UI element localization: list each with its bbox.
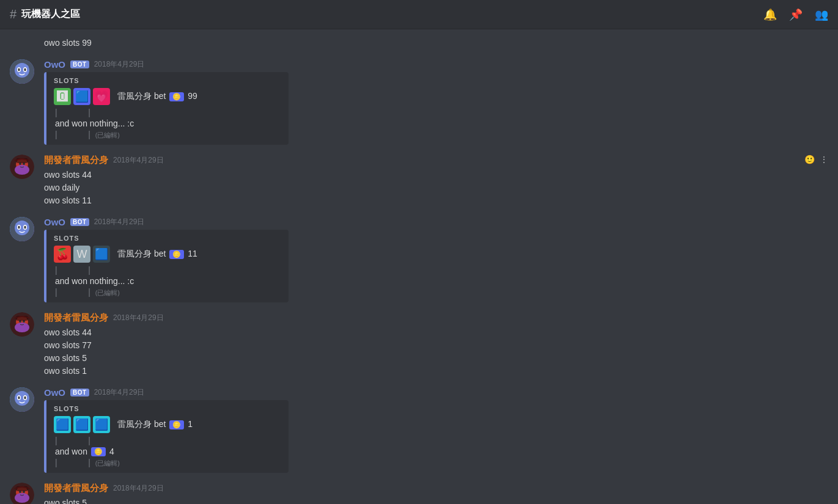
message-content: OwO BOT 2018年4月29日 SLOTS 🍒 W 🟦 雷風分身 bet … [44, 217, 828, 302]
message-line-3: owo slots 5 [44, 352, 828, 365]
slots-embed: SLOTS 🅾 🟦 💗 雷風分身 bet 🪙 99 | | and won no… [44, 72, 289, 145]
slots-title: SLOTS [54, 77, 281, 84]
channel-header: # 玩機器人之區 🔔 📌 👥 [0, 0, 838, 29]
message-header: OwO BOT 2018年4月29日 [44, 217, 828, 227]
members-icon[interactable]: 👥 [815, 8, 828, 21]
username: 開發者雷風分身 [44, 155, 108, 166]
edited-label: (已編輯) [95, 459, 120, 467]
slots-line-2: | | (已編輯) [54, 458, 281, 468]
username: OwO [44, 59, 65, 70]
bot-badge: BOT [70, 60, 89, 68]
message-line-1: owo slots 44 [44, 326, 828, 339]
timestamp: 2018年4月29日 [113, 313, 164, 323]
svg-point-20 [15, 323, 29, 332]
pin-icon[interactable]: 📌 [789, 8, 803, 21]
bet-info: 雷風分身 bet 🪙 11 [117, 249, 197, 260]
svg-point-25 [15, 391, 29, 406]
slots-line-2: | | (已編輯) [54, 287, 281, 298]
slots-line-2: | | (已編輯) [54, 130, 281, 140]
bell-icon[interactable]: 🔔 [763, 8, 777, 21]
channel-title: 玩機器人之區 [21, 8, 80, 21]
svg-point-28 [18, 396, 20, 400]
timestamp: 2018年4月29日 [94, 217, 145, 227]
edited-label: (已編輯) [95, 289, 120, 296]
message-group: 開發者雷風分身 2018年4月29日 owo slots 5 [0, 478, 838, 504]
slot-symbol-1: 🅾 [54, 88, 71, 105]
svg-point-29 [24, 396, 26, 400]
action-icons: 🙂 ⋮ [804, 155, 828, 164]
username: 開發者雷風分身 [44, 483, 108, 494]
slot-symbol-1: 🟦 [54, 416, 71, 433]
message-line-4: owo slots 1 [44, 365, 828, 378]
message-line-1: owo slots 5 [44, 497, 828, 504]
message-line-2: owo slots 77 [44, 339, 828, 352]
username: 開發者雷風分身 [44, 312, 108, 324]
timestamp: 2018年4月29日 [113, 155, 164, 166]
message-content: 開發者雷風分身 2018年4月29日 owo slots 44 owo dail… [44, 155, 828, 207]
bet-info: 雷風分身 bet 🪙 99 [117, 91, 197, 102]
avatar [10, 59, 34, 84]
username: OwO [44, 217, 65, 227]
slot-symbol-2: 🟦 [73, 416, 90, 433]
slots-embed: SLOTS 🟦 🟦 🟦 雷風分身 bet 🪙 1 | | and won 🪙 4… [44, 400, 289, 473]
slot-symbol-3: 💗 [93, 88, 110, 105]
message-header: OwO BOT 2018年4月29日 [44, 387, 828, 398]
timestamp: 2018年4月29日 [113, 483, 164, 494]
svg-point-16 [18, 226, 20, 229]
slots-symbols-row: 🟦 🟦 🟦 雷風分身 bet 🪙 1 [54, 416, 281, 433]
coin-won-icon: 🪙 [91, 447, 106, 456]
result-text: and won 🪙 4 [54, 447, 281, 456]
coin-icon: 🪙 [169, 250, 184, 259]
slots-line-1: | | [54, 436, 281, 445]
slot-symbol-2: W [73, 246, 90, 263]
slots-title: SLOTS [54, 405, 281, 412]
coin-icon: 🪙 [169, 92, 184, 101]
message-header: 開發者雷風分身 2018年4月29日 [44, 155, 828, 166]
continuation-text: owo slots 99 [44, 38, 92, 48]
message-line-3: owo slots 11 [44, 194, 828, 207]
svg-point-1 [15, 63, 29, 78]
slots-symbols-row: 🅾 🟦 💗 雷風分身 bet 🪙 99 [54, 88, 281, 105]
coin-icon: 🪙 [169, 420, 184, 429]
message-content: OwO BOT 2018年4月29日 SLOTS 🟦 🟦 🟦 雷風分身 bet … [44, 387, 828, 473]
message-header: 開發者雷風分身 2018年4月29日 [44, 312, 828, 324]
slots-line-1: | | [54, 265, 281, 275]
won-amount: 4 [109, 447, 114, 456]
messages-container: owo slots 99 OwO BOT 2018年4月29日 [0, 29, 838, 504]
edited-label: (已編輯) [95, 131, 120, 139]
svg-point-13 [15, 221, 29, 235]
svg-point-8 [15, 165, 29, 175]
avatar [10, 483, 34, 504]
bot-badge: BOT [70, 218, 89, 226]
continuation-message: owo slots 99 [0, 34, 838, 54]
avatar [10, 155, 34, 179]
message-group: OwO BOT 2018年4月29日 SLOTS 🍒 W 🟦 雷風分身 bet … [0, 212, 838, 307]
timestamp: 2018年4月29日 [94, 387, 145, 398]
avatar [10, 312, 34, 337]
result-text: and won nothing... :c [54, 119, 281, 128]
header-icons: 🔔 📌 👥 [763, 8, 828, 21]
react-icon[interactable]: 🙂 [804, 155, 815, 164]
avatar [10, 387, 34, 412]
slot-symbol-1: 🍒 [54, 246, 71, 263]
svg-point-4 [18, 68, 20, 71]
more-icon[interactable]: ⋮ [820, 155, 828, 164]
message-header: OwO BOT 2018年4月29日 [44, 59, 828, 70]
message-content: 開發者雷風分身 2018年4月29日 owo slots 5 [44, 483, 828, 504]
bot-badge: BOT [70, 389, 89, 396]
svg-point-32 [15, 493, 29, 503]
slots-embed: SLOTS 🍒 W 🟦 雷風分身 bet 🪙 11 | | and won no… [44, 230, 289, 302]
message-group: OwO BOT 2018年4月29日 SLOTS 🅾 🟦 💗 雷風分身 bet … [0, 54, 838, 150]
slot-symbol-3: 🟦 [93, 246, 110, 263]
slots-line-1: | | [54, 108, 281, 117]
hash-symbol: # [10, 7, 17, 21]
message-content: 開發者雷風分身 2018年4月29日 owo slots 44 owo slot… [44, 312, 828, 378]
message-content: OwO BOT 2018年4月29日 SLOTS 🅾 🟦 💗 雷風分身 bet … [44, 59, 828, 145]
message-line-1: owo slots 44 [44, 169, 828, 181]
svg-point-17 [24, 226, 26, 229]
message-header: 開發者雷風分身 2018年4月29日 [44, 483, 828, 494]
result-text: and won nothing... :c [54, 276, 281, 286]
message-line-2: owo daily [44, 181, 828, 194]
timestamp: 2018年4月29日 [94, 59, 145, 70]
slots-symbols-row: 🍒 W 🟦 雷風分身 bet 🪙 11 [54, 246, 281, 263]
